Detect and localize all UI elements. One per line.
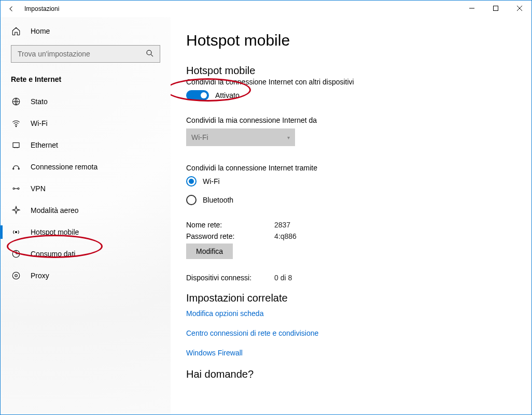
share-from-dropdown[interactable]: Wi-Fi ▾	[186, 128, 295, 146]
link-windows-firewall[interactable]: Windows Firewall	[186, 349, 531, 357]
minimize-icon	[469, 6, 474, 11]
hotspot-section-title: Hotspot mobile	[186, 65, 531, 77]
close-icon	[517, 6, 522, 11]
close-button[interactable]	[508, 1, 531, 16]
sidebar-item-label: Hotspot mobile	[31, 228, 79, 236]
hotspot-toggle[interactable]	[186, 90, 209, 101]
hotspot-icon	[11, 227, 21, 237]
svg-point-3	[16, 126, 17, 127]
related-settings: Impostazioni correlate Modifica opzioni …	[186, 292, 531, 357]
sidebar-item-proxy[interactable]: Proxy	[1, 265, 171, 287]
title-bar: Impostazioni	[1, 1, 531, 17]
svg-point-9	[16, 232, 17, 233]
minimize-button[interactable]	[460, 1, 484, 16]
link-network-sharing-center[interactable]: Centro connessioni di rete e condivision…	[186, 329, 531, 337]
svg-point-1	[147, 50, 151, 55]
dialup-icon	[11, 162, 21, 171]
settings-window: Impostazioni Home	[0, 0, 532, 415]
link-adapter-options[interactable]: Modifica opzioni scheda	[186, 309, 531, 318]
network-password-value: 4:q886	[274, 232, 297, 240]
svg-point-7	[13, 188, 15, 190]
svg-point-11	[12, 272, 20, 279]
search-icon	[145, 49, 155, 60]
related-title: Impostazioni correlate	[186, 292, 531, 304]
svg-point-8	[18, 188, 19, 190]
sidebar-item-label: Wi-Fi	[31, 119, 48, 127]
sidebar-item-label: Connessione remota	[31, 163, 97, 171]
sidebar-item-label: Consumo dati	[31, 250, 75, 258]
edit-button[interactable]: Modifica	[186, 244, 233, 259]
back-button[interactable]	[4, 1, 19, 17]
sidebar-item-stato[interactable]: Stato	[1, 91, 171, 112]
dropdown-value: Wi-Fi	[191, 133, 208, 141]
network-name-value: 2837	[274, 221, 290, 229]
sidebar: Home Rete e Internet Stato Wi-Fi	[1, 17, 171, 414]
sidebar-item-label: Modalità aereo	[31, 206, 79, 214]
share-via-label: Condividi la connessione Internet tramit…	[186, 164, 531, 172]
sidebar-item-hotspot-mobile[interactable]: Hotspot mobile	[1, 221, 171, 243]
sidebar-home-label: Home	[31, 27, 50, 35]
share-description: Condividi la connessione Internet con al…	[186, 78, 531, 86]
data-usage-icon	[11, 249, 21, 259]
home-icon	[11, 26, 21, 36]
sidebar-item-label: Ethernet	[31, 141, 58, 149]
network-name-label: Nome rete:	[186, 221, 274, 229]
vpn-icon	[11, 184, 21, 193]
connected-devices-value: 0 di 8	[274, 274, 292, 282]
ethernet-icon	[11, 140, 21, 150]
chevron-down-icon: ▾	[287, 135, 290, 140]
arrow-left-icon	[7, 4, 16, 13]
radio-button-icon	[186, 195, 197, 205]
content-area: Hotspot mobile Hotspot mobile Condividi …	[171, 17, 531, 414]
svg-rect-4	[13, 143, 19, 148]
svg-point-12	[15, 275, 18, 277]
wifi-icon	[11, 119, 21, 128]
maximize-icon	[493, 6, 498, 11]
maximize-button[interactable]	[484, 1, 508, 16]
proxy-icon	[11, 271, 21, 280]
sidebar-home[interactable]: Home	[1, 22, 171, 40]
questions-title: Hai domande?	[186, 368, 531, 380]
sidebar-item-vpn[interactable]: VPN	[1, 178, 171, 199]
search-input[interactable]	[17, 49, 145, 59]
radio-label: Wi-Fi	[203, 177, 220, 185]
status-icon	[11, 97, 21, 106]
radio-label: Bluetooth	[203, 196, 233, 204]
svg-point-5	[13, 168, 14, 169]
window-title: Impostazioni	[24, 5, 59, 12]
network-info: Nome rete: 2837 Password rete: 4:q886	[186, 221, 531, 240]
sidebar-item-connessione-remota[interactable]: Connessione remota	[1, 156, 171, 178]
share-from-label: Condividi la mia connessione Internet da	[186, 116, 531, 124]
radio-bluetooth[interactable]: Bluetooth	[186, 195, 531, 205]
window-controls	[460, 1, 531, 17]
sidebar-item-modalita-aereo[interactable]: Modalità aereo	[1, 199, 171, 221]
sidebar-section-header: Rete e Internet	[1, 70, 171, 91]
share-via-radio-group: Wi-Fi Bluetooth	[186, 176, 531, 205]
toggle-state-label: Attivato	[215, 91, 240, 99]
airplane-icon	[11, 206, 21, 215]
sidebar-item-wifi[interactable]: Wi-Fi	[1, 112, 171, 134]
page-title: Hotspot mobile	[186, 32, 531, 49]
connected-devices-label: Dispositivi connessi:	[186, 274, 274, 282]
toggle-knob	[201, 92, 207, 98]
radio-button-icon	[186, 176, 197, 187]
sidebar-item-label: Proxy	[31, 271, 49, 280]
svg-rect-0	[494, 6, 498, 11]
sidebar-item-label: VPN	[31, 184, 46, 193]
network-password-label: Password rete:	[186, 232, 274, 240]
search-box[interactable]	[11, 45, 160, 63]
svg-point-6	[18, 168, 19, 169]
radio-wifi[interactable]: Wi-Fi	[186, 176, 531, 187]
sidebar-item-ethernet[interactable]: Ethernet	[1, 134, 171, 156]
sidebar-item-label: Stato	[31, 97, 48, 106]
sidebar-item-consumo-dati[interactable]: Consumo dati	[1, 243, 171, 265]
